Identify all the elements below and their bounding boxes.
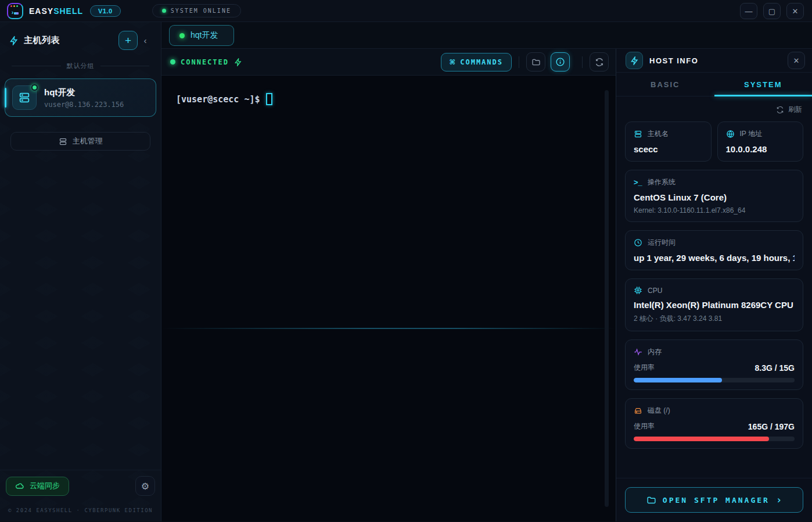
titlebar: › EASYSHELL V1.0 SYSTEM ONLINE — ▢ ✕ <box>0 0 812 22</box>
host-info-panel: HOST INFO ✕ BASIC SYSTEM 刷新 <box>616 49 812 521</box>
commands-button[interactable]: ⌘ COMMANDS <box>441 53 512 71</box>
connection-status: CONNECTED <box>170 58 441 66</box>
ip-value: 10.0.0.248 <box>726 144 795 154</box>
folder-icon <box>531 58 541 67</box>
tab-basic[interactable]: BASIC <box>616 73 714 96</box>
close-button[interactable]: ✕ <box>786 3 804 19</box>
cpu-load: 2 核心 · 负载: 3.47 3.24 3.81 <box>634 314 795 324</box>
cloud-icon <box>15 481 24 491</box>
memory-value: 8.3G / 15G <box>755 363 795 373</box>
close-panel-button[interactable]: ✕ <box>788 52 805 69</box>
server-icon <box>634 130 642 138</box>
clock-icon <box>634 238 642 247</box>
kernel-value: Kernel: 3.10.0-1160.11.1.el7.x86_64 <box>634 206 795 214</box>
terminal-icon: >_ <box>634 178 642 187</box>
disk-value: 165G / 197G <box>748 422 795 431</box>
hdd-icon <box>634 406 642 415</box>
minimize-button[interactable]: — <box>740 3 757 19</box>
cpu-value: Intel(R) Xeon(R) Platinum 8269CY CPU ... <box>634 300 795 310</box>
hostname-value: scecc <box>634 144 703 154</box>
host-list-item[interactable]: hqt开发 vuser@8.136.223.156 <box>5 78 156 117</box>
gear-icon: ⚙ <box>141 481 149 492</box>
selected-accent-bar <box>5 88 6 108</box>
version-badge: V1.0 <box>90 5 121 17</box>
activity-icon <box>634 348 642 356</box>
host-manage-button[interactable]: 主机管理 <box>10 132 150 151</box>
bolt-icon <box>9 36 19 45</box>
host-list-sidebar: 主机列表 + ‹ 默认分组 hqt开发 vuser@8.136.223.156 … <box>0 22 161 521</box>
os-value: CentOS Linux 7 (Core) <box>634 192 795 202</box>
server-icon <box>59 137 67 146</box>
add-host-button[interactable]: + <box>118 31 138 50</box>
memory-card: 内存 使用率 8.3G / 15G <box>625 339 803 390</box>
session-tab[interactable]: hqt开发 <box>169 25 234 46</box>
host-name: hqt开发 <box>44 87 124 98</box>
system-status-badge: SYSTEM ONLINE <box>152 4 241 17</box>
reconnect-button[interactable] <box>590 52 609 71</box>
disk-bar <box>634 437 795 441</box>
settings-button[interactable]: ⚙ <box>135 476 155 496</box>
hostname-card: 主机名 scecc <box>625 121 712 162</box>
app-logo-icon: › <box>7 3 23 19</box>
uptime-card: 运行时间 up 1 year, 29 weeks, 6 days, 19 hou… <box>625 230 803 270</box>
refresh-link[interactable]: 刷新 <box>625 96 803 121</box>
terminal-cursor <box>266 93 272 105</box>
memory-bar <box>634 378 795 382</box>
open-sftp-button[interactable]: OPEN SFTP MANAGER › <box>625 487 803 513</box>
group-header: 默认分组 <box>0 57 161 76</box>
sftp-folder-button[interactable] <box>526 52 545 71</box>
app-title: EASYSHELL <box>29 6 83 16</box>
terminal-panel: CONNECTED ⌘ COMMANDS <box>161 49 616 521</box>
shell-prompt: [vuser@scecc ~]$ <box>176 94 260 105</box>
ip-card: IP 地址 10.0.0.248 <box>717 121 804 162</box>
bolt-icon <box>234 58 242 66</box>
cloud-sync-button[interactable]: 云端同步 <box>6 477 69 496</box>
tab-label: hqt开发 <box>191 30 218 41</box>
host-address: vuser@8.136.223.156 <box>44 101 124 109</box>
terminal-toolbar: CONNECTED ⌘ COMMANDS <box>161 49 616 76</box>
server-icon <box>12 85 37 110</box>
uptime-value: up 1 year, 29 weeks, 6 days, 19 hours, 1… <box>634 253 795 263</box>
bolt-icon <box>626 52 643 69</box>
terminal-screen[interactable]: [vuser@scecc ~]$ <box>161 76 616 521</box>
collapse-sidebar-icon[interactable]: ‹ <box>138 35 153 45</box>
scanline-divider <box>161 328 616 329</box>
host-info-button[interactable] <box>551 52 570 71</box>
refresh-icon <box>595 58 604 67</box>
cpu-card: CPU Intel(R) Xeon(R) Platinum 8269CY CPU… <box>625 278 803 331</box>
os-card: >_ 操作系统 CentOS Linux 7 (Core) Kernel: 3.… <box>625 170 803 222</box>
cpu-icon <box>634 286 642 295</box>
globe-icon <box>726 130 735 138</box>
command-icon: ⌘ <box>450 57 455 67</box>
disk-card: 磁盘 (/) 使用率 165G / 197G <box>625 398 803 449</box>
sidebar-title: 主机列表 <box>24 35 118 46</box>
connected-dot-icon <box>170 59 175 65</box>
status-dot-icon <box>162 9 166 13</box>
refresh-icon <box>776 106 784 114</box>
terminal-scrollbar[interactable] <box>605 76 609 521</box>
tab-system[interactable]: SYSTEM <box>714 73 812 96</box>
chevron-right-icon: › <box>776 494 782 506</box>
copyright-footer: © 2024 EASYSHELL · CYBERPUNK EDITION <box>0 502 161 521</box>
online-dot-icon <box>31 84 38 91</box>
panel-title: HOST INFO <box>649 56 788 65</box>
maximize-button[interactable]: ▢ <box>763 3 781 19</box>
info-icon <box>555 57 565 67</box>
folder-icon <box>646 495 656 505</box>
tab-status-dot-icon <box>179 33 185 38</box>
session-tabbar: hqt开发 <box>161 22 812 49</box>
info-tabs: BASIC SYSTEM <box>616 73 812 96</box>
